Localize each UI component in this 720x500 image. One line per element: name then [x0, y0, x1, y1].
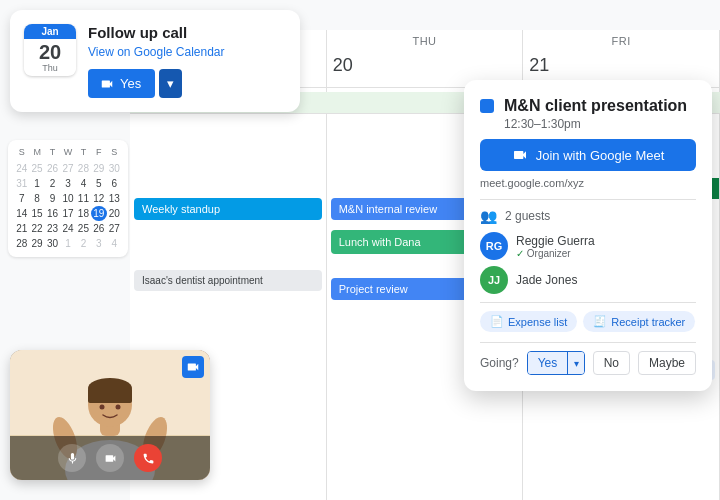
- popup-event-time: 12:30–1:30pm: [504, 117, 687, 131]
- popup-header: M&N client presentation 12:30–1:30pm: [480, 96, 696, 131]
- guests-section: 👥 2 guests: [480, 208, 696, 224]
- camera-button[interactable]: [96, 444, 124, 472]
- cal-day-num: 20: [24, 41, 76, 63]
- popup-divider-2: [480, 302, 696, 303]
- join-meet-button[interactable]: Join with Google Meet: [480, 139, 696, 171]
- popup-event-title: M&N client presentation: [504, 96, 687, 115]
- rsvp-maybe-button[interactable]: Maybe: [638, 351, 696, 375]
- svg-rect-6: [88, 388, 132, 403]
- fri-number: 21: [523, 49, 555, 81]
- calendar-icon: Jan 20 Thu: [24, 24, 76, 76]
- cal-day-name: Thu: [24, 63, 76, 73]
- popup-divider: [480, 199, 696, 200]
- going-label: Going?: [480, 356, 519, 370]
- rsvp-yes-arrow-button[interactable]: ▾: [568, 352, 584, 374]
- guests-icon: 👥: [480, 208, 497, 224]
- rsvp-no-button[interactable]: No: [593, 351, 630, 375]
- guest-row-0: RG Reggie Guerra ✓ Organizer: [480, 232, 696, 260]
- fri-label: FRI: [523, 35, 719, 47]
- yes-button[interactable]: Yes: [88, 69, 155, 98]
- attach-icon-0: 📄: [490, 315, 504, 328]
- rsvp-footer: Going? Yes ▾ No Maybe: [480, 342, 696, 375]
- svg-point-8: [116, 405, 121, 410]
- guests-count: 2 guests: [505, 209, 550, 223]
- svg-point-7: [100, 405, 105, 410]
- guest-name-0: Reggie Guerra: [516, 234, 595, 248]
- rsvp-yes-button[interactable]: Yes: [528, 352, 569, 374]
- attachments-section: 📄 Expense list 🧾 Receipt tracker: [480, 311, 696, 332]
- yes-dropdown-button[interactable]: ▾: [159, 69, 182, 98]
- thu-number: 20: [327, 49, 359, 81]
- guest-role-0: ✓ Organizer: [516, 248, 595, 259]
- dentist-event[interactable]: Isaac's dentist appointment: [134, 270, 322, 291]
- attachment-0[interactable]: 📄 Expense list: [480, 311, 577, 332]
- guest-avatar-0: RG: [480, 232, 508, 260]
- event-color-dot: [480, 99, 494, 113]
- video-call-card: [10, 350, 210, 480]
- attach-icon-1: 🧾: [593, 315, 607, 328]
- mini-calendar: S M T W T F S 24 25 26 27 28 29 30 31 1 …: [8, 140, 128, 257]
- end-call-button[interactable]: [134, 444, 162, 472]
- attachment-1[interactable]: 🧾 Receipt tracker: [583, 311, 695, 332]
- mic-button[interactable]: [58, 444, 86, 472]
- view-calendar-link[interactable]: View on Google Calendar: [88, 45, 225, 59]
- event-popup: M&N client presentation 12:30–1:30pm Joi…: [464, 80, 712, 391]
- thu-label: THU: [327, 35, 523, 47]
- meet-video-icon: [512, 147, 528, 163]
- guest-row-1: JJ Jade Jones: [480, 266, 696, 294]
- cal-month: Jan: [24, 24, 76, 39]
- meet-icon: [100, 77, 114, 91]
- followup-card: Jan 20 Thu Follow up call View on Google…: [10, 10, 300, 112]
- video-controls: [10, 436, 210, 480]
- followup-content: Follow up call View on Google Calendar Y…: [88, 24, 225, 98]
- video-background: [10, 350, 210, 480]
- guest-avatar-1: JJ: [480, 266, 508, 294]
- guest-name-1: Jade Jones: [516, 273, 577, 287]
- followup-title: Follow up call: [88, 24, 225, 41]
- meet-badge: [182, 356, 204, 378]
- rsvp-yes-group: Yes ▾: [527, 351, 585, 375]
- meet-url: meet.google.com/xyz: [480, 177, 696, 189]
- weekly-standup-event[interactable]: Weekly standup: [134, 198, 322, 220]
